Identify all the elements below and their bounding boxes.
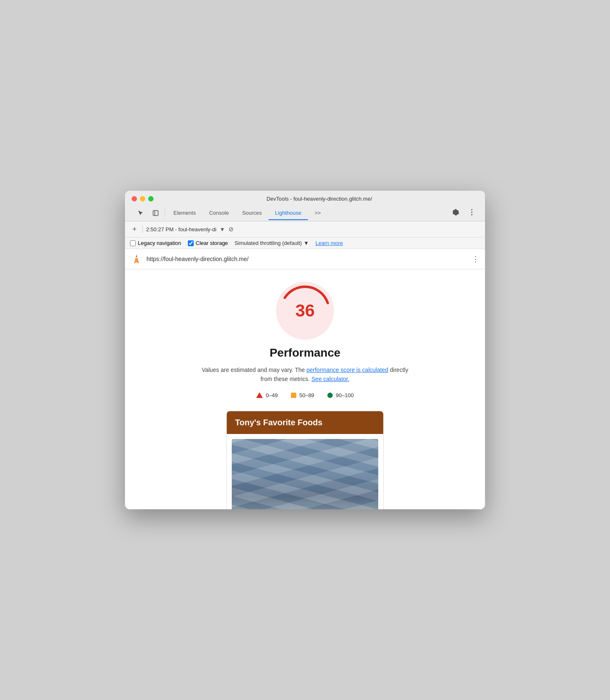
- legend-item-good: 90–100: [327, 392, 353, 398]
- session-time: 2:50:27 PM - foul-heavenly-di: [146, 226, 216, 233]
- close-button[interactable]: [132, 196, 137, 201]
- minimize-button[interactable]: [140, 196, 145, 201]
- card-header: Tony's Favorite Foods: [227, 411, 383, 434]
- fish-image: [232, 439, 378, 509]
- svg-rect-0: [153, 211, 158, 216]
- no-entry-icon[interactable]: ⊘: [228, 225, 234, 233]
- maximize-button[interactable]: [148, 196, 154, 201]
- title-bar: DevTools - foul-heavenly-direction.glitc…: [125, 191, 485, 221]
- svg-point-2: [471, 209, 473, 211]
- add-tab-button[interactable]: +: [130, 225, 139, 234]
- score-legend: 0–49 50–89 90–100: [133, 392, 477, 398]
- score-section: 36 Performance Values are estimated and …: [133, 282, 477, 384]
- settings-icon[interactable]: [448, 205, 464, 219]
- legacy-nav-label[interactable]: Legacy navigation: [130, 240, 181, 246]
- lighthouse-logo-icon: [131, 253, 142, 265]
- tab-more[interactable]: >>: [308, 206, 327, 220]
- tab-lighthouse[interactable]: Lighthouse: [269, 206, 308, 220]
- url-bar: https://foul-heavenly-direction.glitch.m…: [125, 249, 485, 269]
- browser-window: DevTools - foul-heavenly-direction.glitc…: [125, 191, 485, 509]
- card-site-title: Tony's Favorite Foods: [235, 418, 375, 427]
- url-menu-button[interactable]: ⋮: [472, 254, 479, 264]
- cursor-icon[interactable]: [133, 206, 148, 220]
- performance-description: Values are estimated and may vary. The p…: [197, 365, 413, 384]
- legacy-nav-text: Legacy navigation: [138, 240, 181, 246]
- devtools-tabs: Elements Console Sources Lighthouse >>: [132, 205, 478, 221]
- throttling-select[interactable]: Simulated throttling (default) ▼: [235, 240, 309, 246]
- card-food-image: [232, 439, 378, 509]
- traffic-lights: [132, 196, 154, 201]
- main-content: 36 Performance Values are estimated and …: [125, 269, 485, 509]
- svg-point-4: [471, 214, 473, 216]
- poor-score-icon: [256, 392, 263, 398]
- good-score-icon: [327, 393, 333, 398]
- svg-rect-8: [135, 257, 138, 258]
- performance-title: Performance: [269, 346, 340, 360]
- clear-storage-label[interactable]: Clear storage: [188, 240, 228, 246]
- card-body: Fesh Salty goodness: [227, 434, 383, 509]
- window-title: DevTools - foul-heavenly-direction.glitc…: [160, 196, 478, 202]
- perf-score-link[interactable]: performance score is calculated: [307, 367, 389, 373]
- inspect-icon[interactable]: [148, 206, 163, 220]
- performance-score: 36: [295, 301, 315, 321]
- legend-item-poor: 0–49: [256, 392, 278, 398]
- page-url: https://foul-heavenly-direction.glitch.m…: [146, 256, 468, 262]
- throttling-label: Simulated throttling (default): [235, 240, 302, 246]
- tab-console[interactable]: Console: [202, 206, 235, 220]
- average-score-icon: [291, 393, 296, 398]
- clear-storage-text: Clear storage: [196, 240, 228, 246]
- tab-sources[interactable]: Sources: [235, 206, 269, 220]
- legacy-nav-checkbox[interactable]: [130, 240, 136, 246]
- learn-more-link[interactable]: Learn more: [315, 240, 343, 246]
- poor-score-range: 0–49: [266, 392, 278, 398]
- website-preview-card: Tony's Favorite Foods Fesh Salty goodnes…: [226, 411, 384, 509]
- session-dropdown-icon[interactable]: ▼: [220, 226, 225, 233]
- legend-item-average: 50–89: [291, 392, 314, 398]
- clear-storage-checkbox[interactable]: [188, 240, 194, 246]
- throttling-dropdown-icon[interactable]: ▼: [303, 240, 309, 246]
- description-text-1: Values are estimated and may vary. The: [202, 367, 307, 373]
- good-score-range: 90–100: [336, 392, 353, 398]
- average-score-range: 50–89: [299, 392, 314, 398]
- svg-point-3: [471, 212, 473, 213]
- lighthouse-toolbar: + 2:50:27 PM - foul-heavenly-di ▼ ⊘: [125, 221, 485, 237]
- calculator-link[interactable]: See calculator.: [312, 376, 350, 382]
- options-bar: Legacy navigation Clear storage Simulate…: [125, 237, 485, 249]
- performance-gauge: 36: [276, 282, 334, 340]
- tab-elements[interactable]: Elements: [167, 206, 202, 220]
- more-options-icon[interactable]: [467, 206, 477, 219]
